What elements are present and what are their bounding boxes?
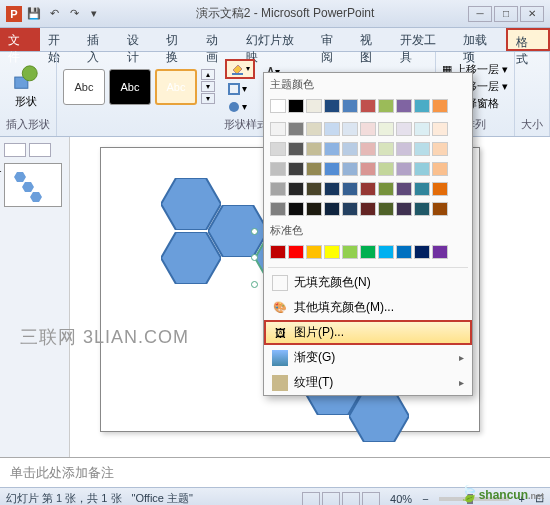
color-swatch[interactable] — [324, 245, 340, 259]
color-swatch[interactable] — [342, 99, 358, 113]
color-swatch[interactable] — [288, 202, 304, 216]
close-button[interactable]: ✕ — [520, 6, 544, 22]
color-swatch[interactable] — [360, 142, 376, 156]
undo-icon[interactable]: ↶ — [46, 6, 62, 22]
color-swatch[interactable] — [342, 202, 358, 216]
gallery-up-icon[interactable]: ▴ — [201, 69, 215, 80]
picture-fill-item[interactable]: 🖼图片(P)... — [264, 320, 472, 345]
color-swatch[interactable] — [270, 182, 286, 196]
tab-view[interactable]: 视图 — [352, 28, 392, 51]
style-swatch-2[interactable]: Abc — [109, 69, 151, 105]
color-swatch[interactable] — [342, 142, 358, 156]
color-swatch[interactable] — [432, 245, 448, 259]
qat-dropdown-icon[interactable]: ▾ — [86, 6, 102, 22]
no-fill-item[interactable]: 无填充颜色(N) — [264, 270, 472, 295]
tab-format[interactable]: 格式 — [506, 28, 550, 51]
color-swatch[interactable] — [270, 99, 286, 113]
color-swatch[interactable] — [324, 122, 340, 136]
tab-insert[interactable]: 插入 — [79, 28, 119, 51]
color-swatch[interactable] — [414, 202, 430, 216]
color-swatch[interactable] — [414, 122, 430, 136]
color-swatch[interactable] — [396, 142, 412, 156]
hexagon-shape[interactable] — [349, 390, 409, 442]
tab-animations[interactable]: 动画 — [198, 28, 238, 51]
normal-view-button[interactable] — [302, 492, 320, 506]
tab-developer[interactable]: 开发工具 — [392, 28, 455, 51]
shapes-button[interactable]: 形状 — [6, 62, 46, 112]
color-swatch[interactable] — [396, 99, 412, 113]
color-swatch[interactable] — [414, 162, 430, 176]
color-swatch[interactable] — [270, 122, 286, 136]
color-swatch[interactable] — [396, 202, 412, 216]
reading-view-button[interactable] — [342, 492, 360, 506]
color-swatch[interactable] — [432, 162, 448, 176]
color-swatch[interactable] — [270, 245, 286, 259]
color-swatch[interactable] — [414, 182, 430, 196]
color-swatch[interactable] — [378, 122, 394, 136]
color-swatch[interactable] — [432, 99, 448, 113]
tab-transitions[interactable]: 切换 — [158, 28, 198, 51]
color-swatch[interactable] — [360, 122, 376, 136]
gradient-fill-item[interactable]: 渐变(G)▸ — [264, 345, 472, 370]
color-swatch[interactable] — [360, 182, 376, 196]
color-swatch[interactable] — [288, 142, 304, 156]
tab-file[interactable]: 文件 — [0, 28, 40, 51]
color-swatch[interactable] — [306, 122, 322, 136]
color-swatch[interactable] — [306, 142, 322, 156]
resize-handle[interactable] — [251, 228, 258, 235]
color-swatch[interactable] — [288, 99, 304, 113]
color-swatch[interactable] — [288, 122, 304, 136]
color-swatch[interactable] — [378, 142, 394, 156]
color-swatch[interactable] — [342, 245, 358, 259]
slideshow-view-button[interactable] — [362, 492, 380, 506]
hexagon-shape[interactable] — [161, 232, 221, 284]
style-swatch-3[interactable]: Abc — [155, 69, 197, 105]
gallery-more-icon[interactable]: ▾ — [201, 93, 215, 104]
sorter-view-button[interactable] — [322, 492, 340, 506]
color-swatch[interactable] — [324, 142, 340, 156]
color-swatch[interactable] — [396, 162, 412, 176]
slides-tab[interactable] — [4, 143, 26, 157]
color-swatch[interactable] — [270, 142, 286, 156]
notes-pane[interactable]: 单击此处添加备注 — [0, 457, 550, 487]
resize-handle[interactable] — [251, 254, 258, 261]
color-swatch[interactable] — [270, 202, 286, 216]
color-swatch[interactable] — [414, 99, 430, 113]
shape-fill-button[interactable]: ▾ — [225, 59, 255, 79]
color-swatch[interactable] — [306, 245, 322, 259]
color-swatch[interactable] — [414, 142, 430, 156]
color-swatch[interactable] — [360, 202, 376, 216]
color-swatch[interactable] — [324, 202, 340, 216]
resize-handle[interactable] — [251, 281, 258, 288]
style-swatch-1[interactable]: Abc — [63, 69, 105, 105]
slide-thumbnail-1[interactable] — [4, 163, 62, 207]
tab-review[interactable]: 审阅 — [313, 28, 353, 51]
color-swatch[interactable] — [306, 162, 322, 176]
color-swatch[interactable] — [432, 142, 448, 156]
color-swatch[interactable] — [342, 162, 358, 176]
color-swatch[interactable] — [324, 162, 340, 176]
color-swatch[interactable] — [306, 99, 322, 113]
maximize-button[interactable]: □ — [494, 6, 518, 22]
color-swatch[interactable] — [378, 162, 394, 176]
shape-outline-button[interactable]: ▾ — [225, 81, 255, 97]
more-colors-item[interactable]: 🎨其他填充颜色(M)... — [264, 295, 472, 320]
color-swatch[interactable] — [378, 182, 394, 196]
outline-tab[interactable] — [29, 143, 51, 157]
color-swatch[interactable] — [306, 202, 322, 216]
gallery-down-icon[interactable]: ▾ — [201, 81, 215, 92]
color-swatch[interactable] — [288, 182, 304, 196]
color-swatch[interactable] — [342, 122, 358, 136]
color-swatch[interactable] — [360, 162, 376, 176]
color-swatch[interactable] — [396, 122, 412, 136]
color-swatch[interactable] — [324, 182, 340, 196]
color-swatch[interactable] — [288, 162, 304, 176]
color-swatch[interactable] — [378, 99, 394, 113]
color-swatch[interactable] — [360, 99, 376, 113]
shape-effects-button[interactable]: ▾ — [225, 99, 255, 115]
redo-icon[interactable]: ↷ — [66, 6, 82, 22]
texture-fill-item[interactable]: 纹理(T)▸ — [264, 370, 472, 395]
minimize-button[interactable]: ─ — [468, 6, 492, 22]
tab-slideshow[interactable]: 幻灯片放映 — [238, 28, 313, 51]
save-icon[interactable]: 💾 — [26, 6, 42, 22]
